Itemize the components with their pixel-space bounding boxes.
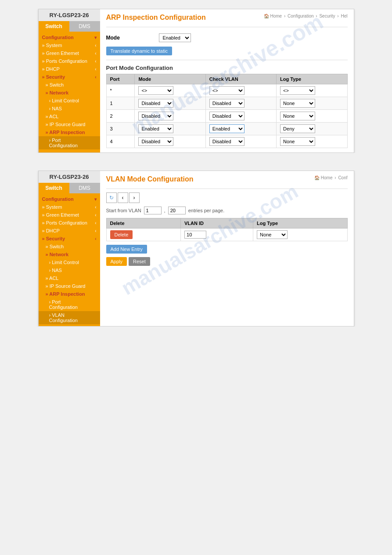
mode-select-3[interactable]: DisabledEnabled [138,124,173,133]
sidebar-item-switch-2[interactable]: » Switch [39,243,100,250]
th-port: Port [106,74,135,84]
log-type-cell: NoneDeny [277,135,347,148]
sidebar-item-dhcp-2[interactable]: » DHCP ‹ [39,227,100,235]
vlan-id-input[interactable] [184,231,206,239]
start-row: Start from VLAN , entries per page. [106,207,348,214]
mode-select[interactable]: Enabled Disabled [159,33,191,42]
port-cell: 4 [106,135,135,148]
mode-label: Mode [106,35,159,41]
sidebar-item-green-ethernet-1[interactable]: » Green Ethernet ‹ [39,49,100,57]
table-row: 2 DisabledEnabled DisabledEnabled NoneDe… [106,110,347,123]
sidebar-item-network-2[interactable]: » Network [39,250,100,258]
refresh-btn[interactable]: ↻ [106,192,117,203]
table-row: 1 DisabledEnabled DisabledEnabled NoneDe… [106,97,347,110]
sidebar-tabs-1: Switch DMS [39,21,100,32]
sidebar-item-ip-source-guard-1[interactable]: » IP Source Guard [39,120,100,128]
sidebar-item-vlan-config-2[interactable]: › VLAN Configuration [39,311,100,324]
sidebar-item-network-1[interactable]: » Network [39,89,100,97]
port-cell: 2 [106,110,135,123]
tab-switch-1[interactable]: Switch [39,21,69,32]
sidebar-item-limit-control-2[interactable]: › Limit Control [39,258,100,266]
home-icon-1: 🏠 [264,14,269,18]
page-title-1: ARP Inspection Configuration [106,14,206,22]
vlan-id-cell [181,229,253,241]
prev-btn[interactable]: ‹ [118,192,128,203]
sidebar-item-system-1[interactable]: » System ‹ [39,41,100,49]
log-type-select-2[interactable]: NoneDeny [280,112,315,120]
th-log-type: Log Type [277,74,347,84]
table-row: * <> <> <> [106,84,347,97]
check-vlan-select-1[interactable]: DisabledEnabled [209,99,245,108]
log-type-vlan-cell: None Deny [253,229,347,241]
table-row: 3 DisabledEnabled DisabledEnabled NoneDe… [106,123,347,135]
mode-cell: DisabledEnabled [135,123,205,135]
start-from-input[interactable] [144,207,162,214]
check-vlan-cell: DisabledEnabled [205,97,276,110]
sidebar-item-nas-1[interactable]: › NAS [39,105,100,112]
sidebar-item-arp-inspection-1[interactable]: » ARP Inspection [39,128,100,136]
log-type-cell: NoneDeny [277,110,347,123]
tab-switch-2[interactable]: Switch [39,183,69,193]
start-from-label: Start from VLAN [106,208,141,213]
log-type-select-star[interactable]: <> [280,86,315,95]
translate-btn[interactable]: Translate dynamic to static [106,47,172,55]
sidebar-menu-1: Configuration ▾ » System ‹ » Green Ether… [39,32,100,151]
mode-select-2[interactable]: DisabledEnabled [138,112,173,120]
vlan-table: Delete VLAN ID Log Type Delete [106,218,348,241]
table-row: 4 DisabledEnabled DisabledEnabled NoneDe… [106,135,347,148]
mode-cell: DisabledEnabled [135,135,205,148]
breadcrumb-1: 🏠 Home › Configuration › Security › Hel [264,14,348,18]
delete-cell: Delete [106,229,181,241]
mode-select-1[interactable]: DisabledEnabled [138,99,173,108]
sidebar-item-ports-config-1[interactable]: » Ports Configuration ‹ [39,57,100,65]
sidebar-item-port-config-1[interactable]: › Port Configuration [39,136,100,149]
delete-btn[interactable]: Delete [110,230,133,239]
sidebar-item-arp-inspection-2[interactable]: » ARP Inspection [39,290,100,298]
configuration-label-1: Configuration [42,35,74,40]
sidebar-menu-2: Configuration ▾ » System ‹ » Green Ether… [39,193,100,326]
th-delete: Delete [106,218,181,229]
sidebar-1: RY-LGSP23-26 Switch DMS Configuration ▾ … [39,9,100,152]
sidebar-item-configuration-1[interactable]: Configuration ▾ [39,33,100,41]
reset-btn[interactable]: Reset [129,257,150,266]
sidebar-item-port-config-2[interactable]: › Port Configuration [39,298,100,311]
check-vlan-select-4[interactable]: DisabledEnabled [209,137,245,146]
log-type-select-4[interactable]: NoneDeny [280,137,315,146]
device-name-2: RY-LGSP23-26 [39,171,100,183]
sidebar-item-configuration-2[interactable]: Configuration ▾ [39,195,100,203]
apply-btn[interactable]: Apply [106,257,127,266]
main-content-2: VLAN Mode Configuration 🏠 Home › Conf ↻ … [100,171,354,326]
sidebar-item-security-1[interactable]: » Security ‹ [39,73,100,81]
check-vlan-cell: DisabledEnabled [205,135,276,148]
sidebar-item-acl-2[interactable]: » ACL [39,274,100,282]
entries-per-page-input[interactable] [168,207,186,214]
add-new-entry-btn[interactable]: Add New Entry [106,245,147,254]
check-vlan-select-star[interactable]: <> [209,86,245,95]
tab-dms-1[interactable]: DMS [69,21,100,32]
device-name-1: RY-LGSP23-26 [39,9,100,21]
next-btn[interactable]: › [129,192,140,203]
sidebar-item-ip-source-guard-2[interactable]: » IP Source Guard [39,282,100,290]
log-type-select-3[interactable]: NoneDeny [280,124,315,133]
check-vlan-select-3[interactable]: DisabledEnabled [209,124,245,133]
mode-select-4[interactable]: DisabledEnabled [138,137,173,146]
sidebar-item-limit-control-1[interactable]: › Limit Control [39,97,100,105]
check-vlan-select-2[interactable]: DisabledEnabled [209,112,245,120]
sidebar-item-switch-1[interactable]: » Switch [39,81,100,89]
log-type-cell: <> [277,84,347,97]
sidebar-item-security-2[interactable]: » Security ‹ [39,235,100,243]
config-arrow-2: ▾ [94,197,97,202]
sidebar-item-system-2[interactable]: » System ‹ [39,203,100,211]
sidebar-item-dhcp-1[interactable]: » DHCP ‹ [39,65,100,73]
sidebar-item-acl-1[interactable]: » ACL [39,112,100,120]
port-cell: 1 [106,97,135,110]
sidebar-item-ports-config-2[interactable]: » Ports Configuration ‹ [39,219,100,227]
main-content-1: ARP Inspection Configuration 🏠 Home › Co… [100,9,354,152]
mode-select-star[interactable]: <> [138,86,173,95]
sidebar-item-nas-2[interactable]: › NAS [39,266,100,274]
tab-dms-2[interactable]: DMS [69,183,100,193]
sidebar-item-green-ethernet-2[interactable]: » Green Ethernet ‹ [39,211,100,219]
check-vlan-cell: DisabledEnabled [205,110,276,123]
log-type-vlan-select[interactable]: None Deny [257,230,288,239]
log-type-select-1[interactable]: NoneDeny [280,99,315,108]
